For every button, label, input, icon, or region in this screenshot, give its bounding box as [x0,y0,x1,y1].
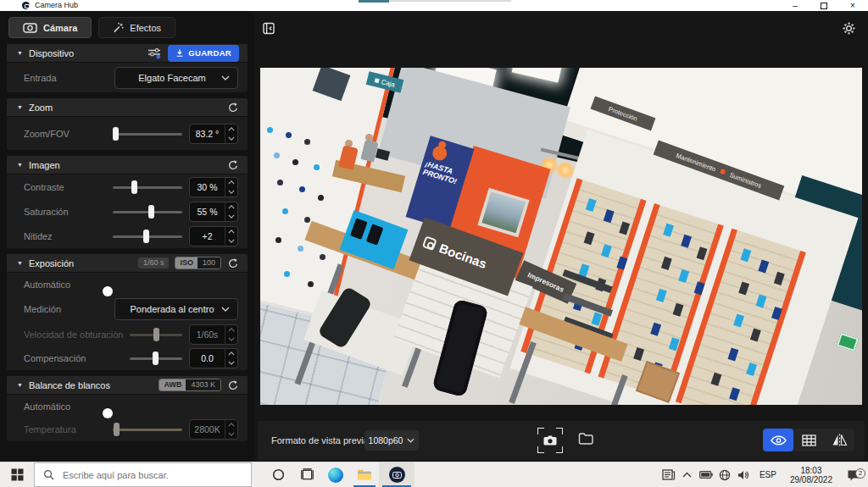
minimize-button[interactable]: – [783,0,807,11]
saturation-stepper[interactable] [225,202,237,221]
news-widget-icon[interactable] [659,469,678,480]
settings-gear-icon[interactable] [843,22,855,35]
tab-camera[interactable]: Cámara [8,17,92,38]
contrast-stepper[interactable] [225,178,237,196]
temperature-slider[interactable] [113,423,182,436]
stepper-up-icon[interactable] [225,420,237,429]
background-window-edge2 [389,0,511,2]
scene-products [740,248,751,262]
exposure-auto-label: Automático [24,279,108,290]
section-image-header[interactable]: ▼ Imagen [7,156,248,174]
stepper-down-icon[interactable] [225,134,237,143]
search-input[interactable] [61,469,222,481]
open-folder-button[interactable] [578,432,594,445]
task-view-button[interactable] [292,462,321,487]
saturation-slider[interactable] [113,205,182,219]
magic-wand-icon [113,22,124,33]
section-exposure-header[interactable]: ▼ Exposición 1/60 s ISO 100 [7,254,248,273]
notification-center-button[interactable]: 2 [839,469,868,481]
zoom-fov-slider[interactable] [113,127,182,141]
show-hidden-icons-chevron[interactable] [678,472,697,478]
awb-badge: AWB 4303 K [159,379,221,391]
stepper-down-icon[interactable] [225,212,237,221]
preview-bottom-bar: Formato de vista previa 1080p60 [258,421,865,460]
stepper-up-icon[interactable] [225,325,237,335]
shutter-speed-stepper[interactable] [225,325,237,344]
filters-icon[interactable] [147,47,162,59]
search-icon [43,469,54,480]
network-globe-icon[interactable] [715,469,734,481]
zoom-fov-stepper[interactable] [225,125,237,143]
stepper-down-icon[interactable] [225,236,237,246]
zoom-fov-value: 83.2 ° [190,125,225,143]
sharpness-slider[interactable] [113,230,182,243]
saturation-value: 55 % [190,202,225,221]
iso-badge-value: 100 [198,257,220,268]
section-zoom-header[interactable]: ▼ Zoom [7,98,248,117]
controls-sidebar: Cámara Efectos ▼ Dispositivo [0,11,254,462]
stepper-down-icon[interactable] [225,358,237,368]
contrast-slider[interactable] [113,180,182,194]
battery-icon[interactable] [697,471,715,479]
close-button[interactable]: × [841,0,865,11]
zoom-fov-label: Zoom/FOV [24,129,106,139]
language-indicator[interactable]: ESP [753,470,783,479]
task-view-icon [301,468,314,481]
stepper-up-icon[interactable] [225,349,237,358]
chevron-down-icon [221,75,230,80]
shutter-speed-value: 1/60s [190,325,225,344]
chevron-down-icon [407,438,415,443]
section-device-header[interactable]: ▼ Dispositivo [7,44,248,63]
save-button-label: GUARDAR [188,48,231,58]
tab-bar: Cámara Efectos [8,17,248,38]
scene-left-products [267,127,273,133]
section-white-balance-header[interactable]: ▼ Balance de blancos AWB 4303 K [7,376,248,395]
metering-select[interactable]: Ponderada al centro [114,298,238,320]
save-button[interactable]: GUARDAR [168,45,239,62]
preview-visibility-button[interactable] [763,429,793,451]
sharpness-label: Nitidez [24,231,106,241]
snapshot-button[interactable] [537,428,563,453]
flip-horizontal-button[interactable] [824,429,854,451]
cortana-button[interactable] [264,462,292,487]
input-select[interactable]: Elgato Facecam [114,67,238,89]
stepper-down-icon[interactable] [225,187,237,196]
tab-effects[interactable]: Efectos [98,17,175,38]
reset-icon[interactable] [227,379,239,391]
edge-icon [328,468,343,483]
stepper-down-icon[interactable] [225,429,237,439]
edge-browser-button[interactable] [321,462,350,487]
reset-icon[interactable] [227,257,239,269]
app-icon [22,2,30,9]
temperature-stepper[interactable] [225,420,237,439]
collapse-triangle-icon: ▼ [17,162,23,168]
reset-icon[interactable] [227,102,239,113]
stepper-down-icon[interactable] [225,335,237,344]
shutter-speed-slider[interactable] [130,328,182,341]
compensation-slider[interactable] [130,351,182,365]
stepper-up-icon[interactable] [225,202,237,212]
zoom-fov-valuebox: 83.2 ° [189,124,238,144]
sharpness-stepper[interactable] [225,227,237,246]
stepper-up-icon[interactable] [225,227,237,236]
speaker-icon [422,235,437,251]
reset-icon[interactable] [227,159,239,171]
collapse-triangle-icon: ▼ [17,382,23,388]
chevron-down-icon [221,307,230,312]
start-button[interactable] [0,462,34,487]
input-label: Entrada [24,73,108,83]
format-select[interactable]: 1080p60 [364,430,419,451]
volume-icon[interactable] [734,470,753,480]
file-explorer-button[interactable] [350,462,379,487]
cortana-icon [272,468,285,481]
stepper-up-icon[interactable] [225,178,237,187]
collapse-sidebar-button[interactable] [263,22,275,35]
maximize-button[interactable] [812,0,836,11]
section-white-balance: ▼ Balance de blancos AWB 4303 K Automáti… [7,376,248,441]
camera-hub-taskbar-button[interactable] [379,462,415,487]
grid-overlay-button[interactable] [793,429,824,451]
clock[interactable]: 18:03 29/08/2022 [783,466,839,484]
taskbar-search-box[interactable] [34,462,252,487]
compensation-stepper[interactable] [225,349,237,368]
stepper-up-icon[interactable] [225,125,237,134]
